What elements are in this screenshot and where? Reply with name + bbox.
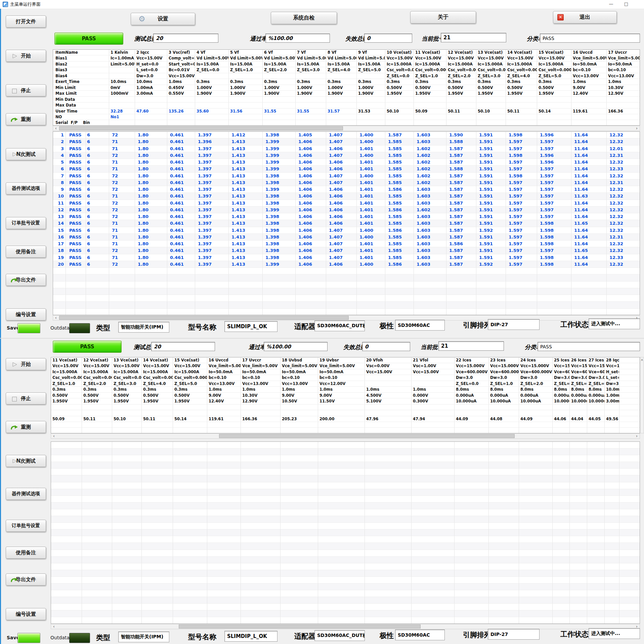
start-button[interactable]: 开始 [6, 50, 46, 62]
result-row[interactable] [51, 455, 640, 462]
result-row[interactable]: 12PASS6721.800.4611.3971.4131.3991.4061.… [53, 207, 640, 213]
usage-notes-button[interactable]: 使用备注 [6, 547, 46, 559]
order-batch-settings-button[interactable]: 订单批号设置 [6, 217, 46, 229]
device-type-field[interactable]: 智能功能开关(IPM) [118, 632, 169, 642]
minimize-button[interactable]: — [605, 0, 617, 9]
result-row[interactable]: 17PASS6711.800.4611.3971.4131.3981.4061.… [53, 241, 640, 247]
result-row[interactable]: 4PASS6721.800.4611.3971.4131.3991.4061.4… [53, 152, 640, 159]
result-row[interactable] [51, 475, 640, 482]
result-row[interactable] [51, 503, 640, 509]
scrollbar-thumb[interactable] [59, 316, 349, 320]
result-row[interactable]: 8PASS6721.800.4611.3971.4131.3981.4061.4… [53, 179, 640, 186]
work-status-field[interactable]: 进入测试中... [589, 318, 640, 329]
result-row[interactable] [51, 529, 640, 536]
batch-number-field[interactable]: 21 [441, 33, 506, 42]
result-row[interactable] [51, 550, 640, 557]
result-row[interactable] [51, 448, 640, 455]
result-row[interactable]: 10PASS6711.800.4611.3971.4131.3981.4061.… [53, 193, 640, 200]
n-test-button[interactable]: N次测试 [6, 455, 46, 467]
result-row[interactable] [51, 489, 640, 496]
class-name-field[interactable]: PASS [540, 34, 640, 43]
result-row[interactable]: 1PASS6721.800.4611.3971.4121.3981.4051.4… [53, 132, 640, 138]
scroll-right-icon[interactable]: › [634, 434, 639, 438]
scroll-left-icon[interactable]: ‹ [53, 315, 58, 320]
result-row[interactable] [51, 509, 640, 516]
result-row[interactable] [51, 570, 640, 577]
fail-count-field[interactable]: 0 [364, 34, 412, 43]
result-row[interactable]: 2PASS6711.800.4611.3961.4131.3991.4061.4… [53, 138, 640, 145]
scrollbar-thumb[interactable] [219, 434, 515, 438]
result-row[interactable]: 3PASS6711.800.4611.3971.4131.3991.4061.4… [53, 145, 640, 152]
retest-button[interactable]: 重测 [6, 113, 46, 125]
device-test-options-button[interactable]: 器件测试选项 [6, 182, 46, 195]
order-batch-settings-button[interactable]: 订单批号设置 [6, 520, 46, 532]
result-row[interactable] [51, 536, 640, 543]
result-row[interactable]: 7PASS6721.800.4611.3971.4131.3981.4061.4… [53, 173, 640, 179]
result-row[interactable]: 20PASS6721.800.4611.3971.4131.3991.4061.… [53, 261, 640, 268]
result-row[interactable]: 19PASS6711.800.4611.3971.4131.3981.4061.… [53, 254, 640, 261]
adapter-field[interactable]: SD30M60AC_DUT板 [314, 630, 365, 641]
batch-number-field[interactable]: 21 [438, 341, 504, 351]
maximize-button[interactable]: □ [620, 0, 633, 9]
result-row[interactable] [51, 482, 640, 489]
total-tests-field[interactable]: 20 [151, 342, 215, 351]
scrollbar-thumb[interactable] [179, 625, 421, 629]
pinout-field[interactable]: DIP-27 [488, 319, 540, 330]
scrollbar-thumb[interactable] [59, 126, 343, 130]
result-row[interactable]: 15PASS6711.800.4611.3971.4131.3981.4061.… [53, 227, 640, 234]
exit-button[interactable]: ✕ 退出 [553, 11, 617, 24]
parameter-table-scrollbar[interactable]: ‹ › [51, 433, 640, 439]
result-row[interactable]: 11PASS6721.800.4611.3971.4131.3981.4061.… [53, 200, 640, 207]
scroll-up-icon[interactable]: ∧ [640, 358, 644, 361]
parameter-table-scrollbar[interactable]: ‹ › [53, 126, 640, 131]
settings-button[interactable]: ⚙ 设置 [131, 13, 195, 25]
retest-button[interactable]: 重测 [6, 421, 46, 433]
result-row[interactable] [51, 523, 640, 529]
n-test-button[interactable]: N次测试 [6, 148, 46, 160]
export-file-button[interactable]: 导出文件 [6, 573, 46, 586]
polarity-field[interactable]: SD30M60AC [395, 320, 445, 331]
result-row[interactable]: 18PASS6721.800.4611.3971.4131.3981.4061.… [53, 247, 640, 254]
vertical-scrollbar[interactable]: ∧ [640, 357, 644, 433]
result-row[interactable]: 16PASS6711.800.4611.3971.4131.3981.4061.… [53, 234, 640, 241]
result-row[interactable]: 13PASS6721.800.4611.3971.4131.3981.4061.… [53, 213, 640, 220]
scroll-left-icon[interactable]: ‹ [53, 126, 58, 131]
result-row[interactable] [51, 557, 640, 563]
device-test-options-button[interactable]: 器件测试选项 [6, 488, 46, 500]
result-row[interactable]: 5PASS6711.800.4611.3971.4131.3991.4061.4… [53, 159, 640, 166]
number-settings-button[interactable]: 编号设置 [6, 308, 46, 320]
model-name-field[interactable]: SLIMDIP_L_OK [224, 631, 277, 642]
export-file-button[interactable]: 导出文件 [6, 274, 46, 286]
usage-notes-button[interactable]: 使用备注 [6, 246, 46, 258]
pass-rate-field[interactable]: %100.00 [264, 342, 328, 351]
stop-button[interactable]: 停止 [6, 392, 46, 404]
work-status-field[interactable]: 进入测试中... [589, 628, 640, 639]
start-button[interactable]: 开始 [6, 358, 46, 370]
result-row[interactable] [51, 563, 640, 570]
polarity-field[interactable]: SD30M60AC [395, 630, 445, 640]
open-file-button[interactable]: 打开文件 [6, 15, 46, 28]
device-type-field[interactable]: 智能功能开关(IPM) [118, 322, 169, 333]
result-row[interactable]: 6PASS6711.800.4611.3971.4131.3991.4061.4… [53, 166, 640, 172]
pinout-field[interactable]: DIP-27 [488, 629, 540, 640]
adapter-field[interactable]: SD30M60AC_DUT板 [314, 320, 365, 331]
result-row[interactable] [51, 516, 640, 523]
result-row[interactable] [51, 543, 640, 550]
model-name-field[interactable]: SLIMDIP_L_OK [224, 321, 277, 332]
scroll-left-icon[interactable]: ‹ [51, 624, 56, 629]
scroll-left-icon[interactable]: ‹ [51, 434, 56, 438]
class-name-field[interactable]: PASS [538, 342, 640, 351]
stop-button[interactable]: 停止 [6, 84, 46, 96]
results-table-scrollbar[interactable]: ‹ › [53, 315, 640, 320]
result-row[interactable] [51, 462, 640, 469]
result-row[interactable]: 9PASS6721.800.4611.3971.4131.3991.4061.4… [53, 186, 640, 193]
result-row[interactable] [51, 442, 640, 448]
result-row[interactable] [51, 469, 640, 475]
result-row[interactable] [51, 496, 640, 503]
results-table-scrollbar[interactable]: ‹ › [51, 624, 640, 629]
pass-rate-field[interactable]: %100.00 [265, 34, 330, 43]
self-check-button[interactable]: 系统自检 [271, 12, 337, 24]
scroll-right-icon[interactable]: › [634, 126, 639, 131]
total-tests-field[interactable]: 20 [153, 34, 218, 43]
result-row[interactable]: 14PASS6711.800.4611.3971.4131.3981.4061.… [53, 220, 640, 227]
